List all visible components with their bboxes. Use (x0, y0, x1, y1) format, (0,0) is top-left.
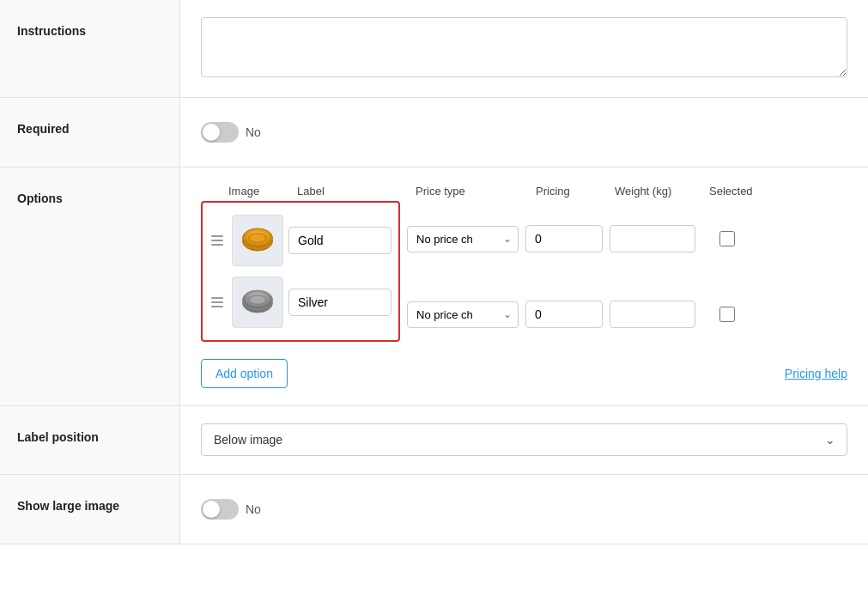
instructions-textarea[interactable] (201, 17, 847, 77)
show-large-image-toggle-label: No (246, 502, 261, 516)
gold-selected-checkbox[interactable] (719, 231, 735, 246)
label-position-label: Label position (0, 406, 180, 474)
gold-weight-input[interactable] (610, 225, 695, 252)
required-toggle[interactable] (201, 122, 239, 143)
gold-image-box[interactable] (232, 215, 283, 266)
gold-extra-cols: No price ch Fixed Percentage ⌄ (400, 201, 735, 277)
drag-line-2 (211, 240, 223, 241)
instructions-label: Instructions (0, 0, 180, 97)
silver-price-type-wrapper: No price ch Fixed Percentage ⌄ (407, 301, 519, 328)
add-option-button[interactable]: Add option (201, 359, 288, 388)
show-large-image-content: No (180, 475, 868, 544)
gold-price-type-wrapper: No price ch Fixed Percentage ⌄ (407, 226, 519, 252)
col-header-selected: Selected (709, 185, 778, 198)
col-header-weight: Weight (kg) (615, 185, 709, 198)
options-full-row: No price ch Fixed Percentage ⌄ No pri (201, 201, 847, 352)
silver-label-input[interactable] (288, 289, 392, 316)
required-toggle-wrapper: No (201, 115, 847, 149)
options-bordered-section (201, 201, 400, 342)
options-extra-columns: No price ch Fixed Percentage ⌄ No pri (400, 201, 735, 352)
instructions-content (180, 0, 868, 97)
pricing-help-link[interactable]: Pricing help (785, 367, 847, 380)
show-large-image-toggle[interactable] (201, 499, 239, 520)
drag-line-3 (211, 306, 223, 307)
options-actions: Add option Pricing help (201, 359, 847, 388)
svg-point-7 (250, 296, 265, 304)
options-row: Options Image Label Price type Pricing W… (0, 167, 868, 406)
col-header-price-type: Price type (409, 185, 529, 198)
required-content: No (180, 98, 868, 167)
option-row-gold (209, 210, 392, 271)
col-header-image: Image (228, 185, 297, 198)
silver-weight-input[interactable] (610, 301, 695, 328)
gold-ring-icon (236, 219, 279, 262)
silver-ring-icon (236, 281, 279, 324)
required-label: Required (0, 98, 180, 167)
drag-line-3 (211, 244, 223, 246)
silver-extra-cols: No price ch Fixed Percentage ⌄ (400, 277, 735, 352)
gold-price-type-select[interactable]: No price ch Fixed Percentage (407, 226, 519, 252)
gold-label-input[interactable] (288, 227, 392, 254)
drag-line-1 (211, 297, 223, 299)
show-large-image-row: Show large image No (0, 475, 868, 544)
show-large-image-slider (201, 499, 239, 520)
drag-handle-gold[interactable] (209, 234, 227, 247)
show-large-image-toggle-wrapper: No (201, 492, 847, 526)
svg-point-3 (250, 234, 265, 242)
show-large-image-label: Show large image (0, 475, 180, 544)
col-header-label: Label (297, 185, 409, 198)
label-position-select-wrapper: Below image Above image None ⌄ (201, 423, 847, 456)
silver-pricing-input[interactable] (525, 301, 603, 328)
gold-pricing-input[interactable] (525, 225, 603, 252)
required-slider (201, 122, 239, 143)
label-position-content: Below image Above image None ⌄ (180, 406, 868, 473)
required-row: Required No (0, 98, 868, 167)
options-header: Image Label Price type Pricing Weight (k… (201, 185, 847, 198)
silver-selected-checkbox[interactable] (719, 307, 735, 322)
options-label: Options (0, 167, 180, 405)
drag-line-1 (211, 235, 223, 237)
option-row-silver (209, 271, 392, 333)
label-position-select[interactable]: Below image Above image None (201, 423, 847, 456)
drag-line-2 (211, 301, 223, 303)
label-position-row: Label position Below image Above image N… (0, 406, 868, 475)
silver-price-type-select[interactable]: No price ch Fixed Percentage (407, 301, 519, 328)
instructions-row: Instructions (0, 0, 868, 98)
options-content: Image Label Price type Pricing Weight (k… (180, 167, 868, 405)
required-toggle-label: No (246, 125, 261, 139)
drag-handle-silver[interactable] (209, 295, 227, 309)
col-header-pricing: Pricing (529, 185, 615, 198)
silver-image-box[interactable] (232, 277, 283, 328)
